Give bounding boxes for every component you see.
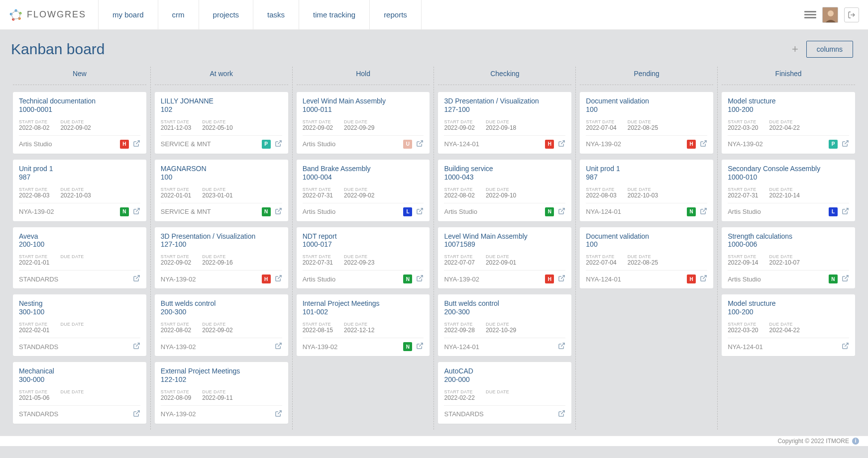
nav-tasks[interactable]: tasks: [253, 0, 299, 29]
open-link-icon[interactable]: [133, 342, 140, 351]
add-icon[interactable]: +: [792, 43, 798, 56]
logout-button[interactable]: [844, 7, 859, 22]
card-title: Strength calculations: [728, 232, 849, 241]
start-date-value: 2021-05-06: [19, 394, 49, 401]
nav-my-board[interactable]: my board: [99, 0, 158, 29]
nav-projects[interactable]: projects: [199, 0, 254, 29]
due-date-value: 2022-04-22: [769, 124, 800, 131]
card-dates: START DATE2022-08-02DUE DATE2022-09-02: [161, 322, 282, 338]
open-link-icon[interactable]: [133, 207, 140, 216]
open-link-icon[interactable]: [275, 410, 282, 419]
svg-line-33: [845, 343, 848, 347]
due-date-value: 2022-09-02: [60, 124, 91, 131]
card-dates: START DATE2022-08-03DUE DATE2022-10-03: [586, 187, 707, 203]
card-footer-actions: H: [545, 140, 565, 149]
open-link-icon[interactable]: [275, 275, 282, 283]
open-link-icon[interactable]: [133, 140, 140, 149]
open-link-icon[interactable]: [133, 410, 140, 419]
kanban-card[interactable]: 3D Presentation / Visualization127-100ST…: [438, 92, 571, 154]
kanban-card[interactable]: Model structure100-200START DATE2022-03-…: [722, 294, 855, 356]
page-footer: Copyright © 2022 ITMORE i: [0, 436, 868, 446]
kanban-card[interactable]: LILLY JOHANNE102START DATE2021-12-03DUE …: [155, 92, 288, 154]
due-date-label: DUE DATE: [769, 322, 800, 327]
open-link-icon[interactable]: [416, 207, 424, 216]
card-dates: START DATE2022-07-31DUE DATE2022-09-02: [303, 187, 424, 203]
kanban-card[interactable]: Document validation100START DATE2022-07-…: [580, 92, 713, 154]
kanban-card[interactable]: Butt welds control200-300START DATE2022-…: [155, 294, 288, 356]
open-link-icon[interactable]: [558, 140, 565, 149]
open-link-icon[interactable]: [842, 342, 849, 351]
nav-reports[interactable]: reports: [370, 0, 422, 29]
start-date-value: 2022-07-31: [303, 259, 333, 266]
open-link-icon[interactable]: [416, 140, 424, 149]
open-link-icon[interactable]: [558, 275, 565, 283]
open-link-icon[interactable]: [700, 207, 707, 216]
card-title: Model structure: [728, 97, 849, 105]
start-date-label: START DATE: [19, 322, 49, 327]
kanban-card[interactable]: Aveva200-100START DATE2022-01-01DUE DATE…: [13, 227, 146, 289]
open-link-icon[interactable]: [416, 342, 424, 351]
nav-crm[interactable]: crm: [158, 0, 199, 29]
svg-line-29: [703, 275, 706, 279]
card-footer: STANDARDS: [444, 410, 565, 419]
kanban-card[interactable]: External Project Meetings122-102START DA…: [155, 362, 288, 424]
open-link-icon[interactable]: [842, 140, 849, 149]
kanban-card[interactable]: Building service1000-043START DATE2022-0…: [438, 160, 571, 221]
start-date-label: START DATE: [444, 389, 474, 394]
open-link-icon[interactable]: [842, 207, 849, 216]
kanban-card[interactable]: Unit prod 1987START DATE2022-08-03DUE DA…: [13, 160, 146, 221]
kanban-card[interactable]: Technical documentation1000-0001START DA…: [13, 92, 146, 154]
open-link-icon[interactable]: [275, 140, 282, 149]
card-title: Level Wind Main Assembly: [444, 232, 565, 241]
kanban-card[interactable]: Strength calculations1000-006START DATE2…: [722, 227, 855, 289]
open-link-icon[interactable]: [558, 410, 565, 419]
start-date-value: 2022-09-14: [728, 259, 758, 266]
logo[interactable]: FLOWGRES: [0, 0, 99, 29]
card-title: Internal Project Meetings: [303, 299, 424, 308]
kanban-card[interactable]: AutoCAD200-000START DATE2022-02-22DUE DA…: [438, 362, 571, 424]
open-link-icon[interactable]: [842, 275, 849, 283]
card-footer-label: STANDARDS: [19, 275, 58, 283]
open-link-icon[interactable]: [700, 275, 707, 283]
card-code: 987: [586, 173, 707, 181]
open-link-icon[interactable]: [275, 342, 282, 351]
open-link-icon[interactable]: [133, 275, 140, 283]
avatar[interactable]: [822, 7, 838, 23]
due-date-label: DUE DATE: [344, 119, 374, 124]
open-link-icon[interactable]: [700, 140, 707, 149]
card-title: Document validation: [586, 232, 707, 241]
kanban-card[interactable]: Level Wind Main Assembly1000-011START DA…: [297, 92, 430, 154]
open-link-icon[interactable]: [275, 207, 282, 216]
kanban-card[interactable]: Band Brake Assembly1000-004START DATE202…: [297, 160, 430, 221]
kanban-card[interactable]: 3D Presentation / Visualization127-100ST…: [155, 227, 288, 289]
open-link-icon[interactable]: [558, 207, 565, 216]
kanban-card[interactable]: Internal Project Meetings101-002START DA…: [297, 294, 430, 356]
menu-icon[interactable]: [804, 9, 816, 20]
due-date-value: 2022-09-29: [344, 124, 374, 131]
due-date-value: 2022-10-03: [628, 192, 658, 199]
due-date-label: DUE DATE: [628, 254, 658, 259]
open-link-icon[interactable]: [416, 275, 424, 283]
kanban-card[interactable]: MAGNARSON100START DATE2022-01-01DUE DATE…: [155, 160, 288, 221]
kanban-card[interactable]: Nesting300-100START DATE2022-02-01DUE DA…: [13, 294, 146, 356]
card-dates: START DATE2022-03-20DUE DATE2022-04-22: [728, 322, 849, 338]
card-footer-actions: H: [120, 140, 140, 149]
kanban-card[interactable]: Butt welds control200-300START DATE2022-…: [438, 294, 571, 356]
nav-time-tracking[interactable]: time tracking: [299, 0, 370, 29]
kanban-card[interactable]: Mechanical300-000START DATE2021-05-06DUE…: [13, 362, 146, 424]
kanban-card[interactable]: Level Wind Main Assembly10071589START DA…: [438, 227, 571, 289]
columns-button[interactable]: columns: [806, 41, 853, 58]
kanban-card[interactable]: Unit prod 1987START DATE2022-08-03DUE DA…: [580, 160, 713, 221]
due-date-label: DUE DATE: [60, 322, 84, 327]
kanban-card[interactable]: Secondary Console Assembly1000-010START …: [722, 160, 855, 221]
open-link-icon[interactable]: [558, 342, 565, 351]
card-footer: Artis StudioN: [303, 275, 424, 283]
start-date-label: START DATE: [161, 322, 191, 327]
info-icon[interactable]: i: [852, 438, 859, 445]
svg-line-10: [136, 275, 139, 279]
card-title: Unit prod 1: [586, 165, 707, 173]
card-footer-label: NYA-139-02: [161, 343, 196, 351]
kanban-card[interactable]: Model structure100-200START DATE2022-03-…: [722, 92, 855, 154]
kanban-card[interactable]: NDT report1000-017START DATE2022-07-31DU…: [297, 227, 430, 289]
kanban-card[interactable]: Document validation100START DATE2022-07-…: [580, 227, 713, 289]
